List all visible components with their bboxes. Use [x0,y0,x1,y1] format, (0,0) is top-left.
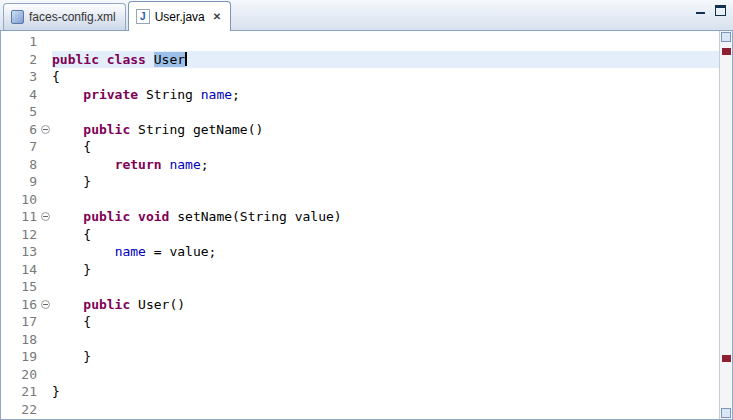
code-text[interactable]: { [52,138,719,156]
code-line[interactable]: 18 [1,331,719,349]
fold-column [39,383,52,401]
line-number: 7 [1,138,39,156]
fold-column [39,296,52,314]
line-number: 8 [1,156,39,174]
code-text[interactable] [52,33,719,51]
code-text[interactable]: private String name; [52,86,719,104]
fold-column [39,313,52,331]
code-line[interactable]: 9 } [1,173,719,191]
tab-faces-config-xml[interactable]: faces-config.xml [3,3,126,30]
line-number: 9 [1,173,39,191]
code-line[interactable]: 4 private String name; [1,86,719,104]
code-text[interactable]: { [52,226,719,244]
code-text[interactable] [52,103,719,121]
code-text[interactable] [52,401,719,419]
plain-token [52,244,115,259]
code-line[interactable]: 7 { [1,138,719,156]
code-text[interactable]: name = value; [52,243,719,261]
plain-token: { [52,69,60,84]
plain-token: User() [130,297,185,312]
code-line[interactable]: 5 [1,103,719,121]
line-number: 22 [1,401,39,419]
keyword-token: void [138,209,169,224]
code-text[interactable]: } [52,348,719,366]
plain-token: { [52,227,91,242]
ruler-occurrence-mark[interactable] [722,48,731,55]
ruler-occurrence-mark[interactable] [722,355,731,362]
ruler-marks [720,44,732,406]
plain-token: } [52,174,91,189]
plain-token [52,87,83,102]
code-line[interactable]: 13 name = value; [1,243,719,261]
line-number: 6 [1,121,39,139]
fold-column [39,226,52,244]
keyword-token: public [83,209,130,224]
code-line[interactable]: 21} [1,383,719,401]
keyword-token: public [83,122,130,137]
code-line[interactable]: 8 return name; [1,156,719,174]
code-text[interactable]: } [52,383,719,401]
tab-user-java[interactable]: JUser.java✕ [128,1,231,31]
code-text[interactable]: return name; [52,156,719,174]
code-text[interactable]: } [52,173,719,191]
code-text[interactable] [52,331,719,349]
fold-column [39,366,52,384]
plain-token [52,209,83,224]
code-text[interactable]: } [52,261,719,279]
code-line[interactable]: 20 [1,366,719,384]
code-line[interactable]: 19 } [1,348,719,366]
code-line[interactable]: 10 [1,191,719,209]
fold-column [39,173,52,191]
code-line[interactable]: 16 public User() [1,296,719,314]
line-number: 5 [1,103,39,121]
keyword-token: public [83,297,130,312]
code-line[interactable]: 11 public void setName(String value) [1,208,719,226]
code-text[interactable] [52,366,719,384]
code-line[interactable]: 6 public String getName() [1,121,719,139]
plain-token: String [138,87,201,102]
code-text[interactable] [52,191,719,209]
code-line[interactable]: 1 [1,33,719,51]
fold-column [39,33,52,51]
overview-ruler[interactable] [719,31,732,419]
code-line[interactable]: 14 } [1,261,719,279]
tab-label: faces-config.xml [29,10,116,24]
plain-token [52,122,83,137]
fold-collapse-icon[interactable] [41,300,50,309]
code-line[interactable]: 2public class User [1,51,719,69]
minimize-icon[interactable] [695,5,706,16]
selected-token: User [154,52,185,67]
keyword-token: public class [52,52,154,67]
code-line[interactable]: 15 [1,278,719,296]
code-text[interactable]: public void setName(String value) [52,208,719,226]
plain-token: String getName() [130,122,263,137]
code-line[interactable]: 22 [1,401,719,419]
fold-column [39,103,52,121]
fold-column [39,138,52,156]
fold-column [39,86,52,104]
tab-close-icon[interactable]: ✕ [213,12,221,22]
fold-collapse-icon[interactable] [41,125,50,134]
line-number: 18 [1,331,39,349]
ruler-header-box[interactable] [721,32,731,42]
code-text[interactable]: { [52,68,719,86]
code-text[interactable]: public class User [52,51,719,69]
code-text[interactable]: { [52,313,719,331]
plain-token: = value; [146,244,216,259]
fold-collapse-icon[interactable] [41,212,50,221]
code-text[interactable]: public User() [52,296,719,314]
fold-column [39,331,52,349]
code-line[interactable]: 12 { [1,226,719,244]
line-number: 13 [1,243,39,261]
code-area[interactable]: 12public class User3{4 private String na… [1,31,719,419]
fold-column [39,401,52,419]
code-text[interactable]: public String getName() [52,121,719,139]
keyword-token: return [115,157,162,172]
maximize-icon[interactable] [715,5,726,16]
ruler-footer-box[interactable] [721,408,731,418]
code-line[interactable]: 3{ [1,68,719,86]
code-text[interactable] [52,278,719,296]
field-token: name [115,244,146,259]
code-line[interactable]: 17 { [1,313,719,331]
line-number: 10 [1,191,39,209]
